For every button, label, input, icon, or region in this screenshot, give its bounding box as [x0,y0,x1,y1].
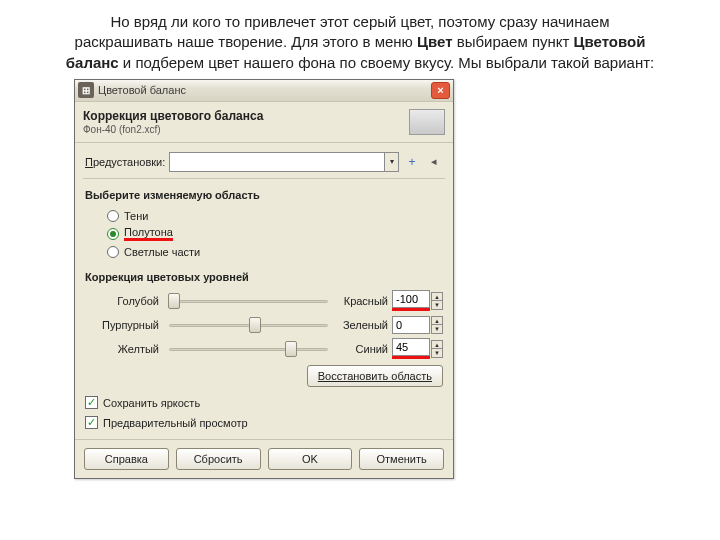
range-title: Выберите изменяемую область [85,189,443,201]
header: Коррекция цветового баланса Фон-40 (fon2… [75,102,453,139]
cancel-button[interactable]: Отменить [359,448,444,470]
slider-right-red: Красный [332,295,392,307]
slider-track-1[interactable] [165,319,332,331]
slider-right-blue: Синий [332,343,392,355]
app-icon: ⊞ [78,82,94,98]
checkbox-preview[interactable]: ✓ [85,416,98,429]
slider-track-2[interactable] [165,343,332,355]
slider-left-magenta: Пурпурный [85,319,165,331]
slider-right-green: Зеленый [332,319,392,331]
window-title: Цветовой баланс [98,84,431,96]
checkbox-preserve-lum-label: Сохранить яркость [103,397,200,409]
radio-highlights-label: Светлые части [124,246,200,258]
slider-track-0[interactable] [165,295,332,307]
header-title: Коррекция цветового баланса [83,109,403,123]
slider-left-cyan: Голубой [85,295,165,307]
slider-value-0[interactable] [392,290,430,308]
slider-magenta-green: Пурпурный Зеленый ▲▼ [85,313,443,337]
color-balance-dialog: ⊞ Цветовой баланс × Коррекция цветового … [74,79,454,479]
range-radio-group: Тени Полутона Светлые части [85,207,443,261]
header-subtitle: Фон-40 (fon2.xcf) [83,124,403,135]
restore-button[interactable]: Восстановить область [307,365,443,387]
slider-cyan-red: Голубой Красный ▲▼ [85,289,443,313]
presets-input[interactable] [169,152,385,172]
titlebar[interactable]: ⊞ Цветовой баланс × [75,80,453,102]
radio-shadows[interactable] [107,210,119,222]
presets-dropdown[interactable]: ▾ [385,152,399,172]
help-button[interactable]: Справка [84,448,169,470]
slider-thumb-1[interactable] [249,317,261,333]
preset-menu-icon[interactable]: ◂ [425,153,443,171]
close-button[interactable]: × [431,82,450,99]
dialog-footer: Справка Сбросить OK Отменить [75,439,453,478]
radio-midtones-label: Полутона [124,226,173,241]
slider-value-1[interactable] [392,316,430,334]
radio-midtones[interactable] [107,228,119,240]
slider-spin-0[interactable]: ▲▼ [431,292,443,310]
presets-label: Предустановки: [85,156,165,168]
presets-row: Предустановки: ▾ + ◂ [85,152,443,172]
slider-spin-2[interactable]: ▲▼ [431,340,443,358]
add-preset-icon[interactable]: + [403,153,421,171]
checkbox-preserve-lum[interactable]: ✓ [85,396,98,409]
slider-yellow-blue: Желтый Синий ▲▼ [85,337,443,361]
layer-thumbnail [409,109,445,135]
radio-shadows-label: Тени [124,210,148,222]
slider-thumb-2[interactable] [285,341,297,357]
levels-title: Коррекция цветовых уровней [85,271,443,283]
radio-highlights[interactable] [107,246,119,258]
slider-left-yellow: Желтый [85,343,165,355]
slider-value-2[interactable] [392,338,430,356]
reset-button[interactable]: Сбросить [176,448,261,470]
ok-button[interactable]: OK [268,448,353,470]
checkbox-preview-label: Предварительный просмотр [103,417,248,429]
slider-spin-1[interactable]: ▲▼ [431,316,443,334]
slider-thumb-0[interactable] [168,293,180,309]
caption-text: Но вряд ли кого то привлечет этот серый … [60,12,660,73]
